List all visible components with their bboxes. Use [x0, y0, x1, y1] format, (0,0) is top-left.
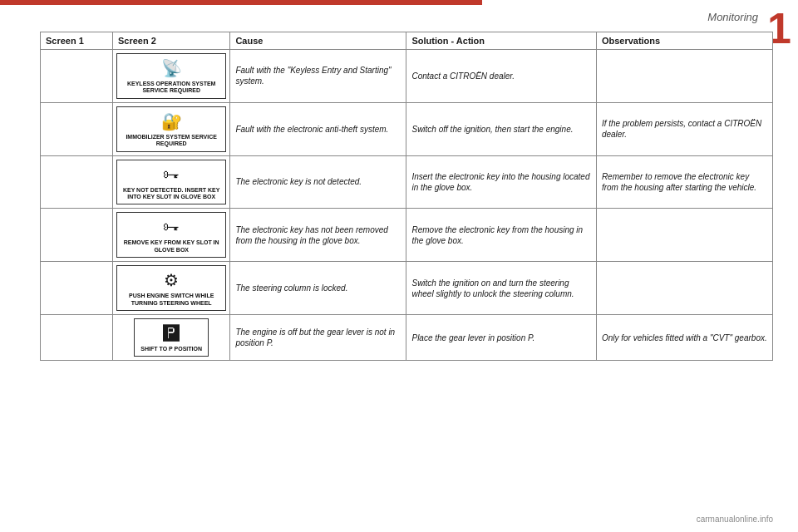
cell-observations: [596, 262, 772, 315]
cell-screen1: [41, 262, 113, 315]
cell-solution: Remove the electronic key from the housi…: [406, 209, 596, 262]
cell-screen1: [41, 50, 113, 103]
col-header-observations: Observations: [596, 32, 772, 50]
cell-screen2: 🗝KEY NOT DETECTED. INSERT KEY INTO KEY S…: [113, 155, 230, 209]
header: Monitoring: [482, 0, 798, 27]
col-header-cause: Cause: [230, 32, 406, 50]
cell-solution: Insert the electronic key into the housi…: [406, 155, 596, 209]
cell-solution: Switch off the ignition, then start the …: [406, 102, 596, 155]
table-row: 🗝KEY NOT DETECTED. INSERT KEY INTO KEY S…: [41, 155, 773, 209]
cell-observations: Only for vehicles fitted with a "CVT" ge…: [596, 314, 772, 360]
table-row: 🔐IMMOBILIZER SYSTEM SERVICE REQUIREDFaul…: [41, 102, 773, 155]
screen2-label-0: KEYLESS OPERATION SYSTEM SERVICE REQUIRE…: [122, 81, 220, 95]
screen2-label-5: SHIFT TO P POSITION: [140, 346, 203, 352]
table-header-row: Screen 1 Screen 2 Cause Solution - Actio…: [41, 32, 773, 50]
cell-cause: The engine is off but the gear lever is …: [230, 314, 406, 360]
main-table-container: Screen 1 Screen 2 Cause Solution - Actio…: [40, 32, 773, 466]
cell-solution: Switch the ignition on and turn the stee…: [406, 262, 596, 315]
cell-cause: Fault with the electronic anti-theft sys…: [230, 102, 406, 155]
screen2-icon-1: 🔐: [122, 111, 220, 132]
cell-screen2: 📡KEYLESS OPERATION SYSTEM SERVICE REQUIR…: [113, 50, 230, 103]
section-title: Monitoring: [707, 11, 758, 23]
cell-screen2: 🗝REMOVE KEY FROM KEY SLOT IN GLOVE BOX: [113, 209, 230, 262]
top-red-bar: [0, 0, 482, 5]
table-row: 📡KEYLESS OPERATION SYSTEM SERVICE REQUIR…: [41, 50, 773, 103]
screen2-icon-4: ⚙: [122, 269, 220, 291]
cell-observations: [596, 50, 772, 103]
cell-cause: Fault with the "Keyless Entry and Starti…: [230, 50, 406, 103]
col-header-screen2: Screen 2: [113, 32, 230, 50]
screen2-icon-0: 📡: [122, 57, 220, 79]
screen2-icon-5: 🅿: [140, 323, 203, 344]
cell-solution: Contact a CITROËN dealer.: [406, 50, 596, 103]
cell-observations: [596, 209, 772, 262]
watermark-text: carmanualonline.info: [697, 515, 773, 524]
cell-screen1: [41, 314, 113, 360]
footer-watermark: carmanualonline.info: [697, 515, 773, 524]
cell-screen1: [41, 155, 113, 209]
screen2-label-3: REMOVE KEY FROM KEY SLOT IN GLOVE BOX: [122, 239, 220, 254]
cell-cause: The electronic key is not detected.: [230, 155, 406, 209]
cell-cause: The electronic key has not been removed …: [230, 209, 406, 262]
cell-cause: The steering column is locked.: [230, 262, 406, 315]
screen2-label-1: IMMOBILIZER SYSTEM SERVICE REQUIRED: [122, 134, 220, 148]
cell-screen1: [41, 209, 113, 262]
col-header-solution: Solution - Action: [406, 32, 596, 50]
cell-screen1: [41, 102, 113, 155]
cell-observations: If the problem persists, contact a CITRO…: [596, 102, 772, 155]
screen2-icon-3: 🗝: [122, 216, 220, 238]
table-row: 🅿SHIFT TO P POSITIONThe engine is off bu…: [41, 314, 773, 360]
cell-screen2: 🔐IMMOBILIZER SYSTEM SERVICE REQUIRED: [113, 102, 230, 155]
cell-solution: Place the gear lever in position P.: [406, 314, 596, 360]
screen2-label-4: PUSH ENGINE SWITCH WHILE TURNING STEERIN…: [122, 293, 220, 307]
screen2-icon-2: 🗝: [122, 164, 220, 185]
cell-observations: Remember to remove the electronic key fr…: [596, 155, 772, 209]
diagnostic-table: Screen 1 Screen 2 Cause Solution - Actio…: [40, 32, 773, 361]
cell-screen2: ⚙PUSH ENGINE SWITCH WHILE TURNING STEERI…: [113, 262, 230, 315]
screen2-label-2: KEY NOT DETECTED. INSERT KEY INTO KEY SL…: [122, 187, 220, 201]
cell-screen2: 🅿SHIFT TO P POSITION: [113, 314, 230, 360]
col-header-screen1: Screen 1: [41, 32, 113, 50]
table-row: ⚙PUSH ENGINE SWITCH WHILE TURNING STEERI…: [41, 262, 773, 315]
table-row: 🗝REMOVE KEY FROM KEY SLOT IN GLOVE BOXTh…: [41, 209, 773, 262]
